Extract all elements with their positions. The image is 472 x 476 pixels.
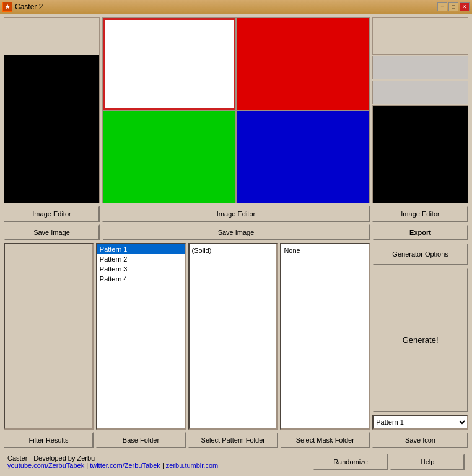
solid-label: (Solid) bbox=[192, 247, 212, 254]
save-image-center-button[interactable]: Save Image bbox=[102, 224, 370, 240]
export-button[interactable]: Export bbox=[372, 224, 468, 240]
pattern-dropdown[interactable]: Pattern 1 Pattern 2 Pattern 3 Pattern 4 bbox=[372, 415, 468, 430]
list-item-pattern4[interactable]: Pattern 4 bbox=[97, 274, 185, 284]
developer-text: Caster - Developed by Zerbu bbox=[7, 454, 218, 462]
randomize-button[interactable]: Randomize bbox=[313, 454, 388, 470]
maximize-button[interactable]: □ bbox=[448, 2, 458, 11]
right-black-area bbox=[372, 105, 468, 203]
tumblr-link[interactable]: zerbu.tumblr.com bbox=[166, 462, 218, 469]
center-color-grid bbox=[102, 17, 370, 203]
image-editor-right-button[interactable]: Image Editor bbox=[372, 206, 468, 222]
main-content: Image Editor Image Editor Image Editor S… bbox=[0, 14, 472, 476]
close-button[interactable]: ✕ bbox=[460, 2, 470, 11]
pattern-list-container[interactable]: Pattern 1 Pattern 2 Pattern 3 Pattern 4 bbox=[96, 243, 186, 430]
app-icon: ★ bbox=[2, 2, 12, 12]
right-image-panel bbox=[372, 17, 468, 203]
image-editor-left-button[interactable]: Image Editor bbox=[4, 206, 100, 222]
list-item-pattern3[interactable]: Pattern 3 bbox=[97, 264, 185, 274]
generate-button[interactable]: Generate! bbox=[372, 268, 468, 412]
solid-panel: (Solid) bbox=[188, 243, 278, 430]
right-mid-top bbox=[372, 56, 468, 79]
right-controls: Generator Options Generate! Pattern 1 Pa… bbox=[372, 243, 468, 430]
image-editor-center-button[interactable]: Image Editor bbox=[102, 206, 370, 222]
left-top-empty bbox=[4, 18, 99, 55]
youtube-link[interactable]: youtube.com/ZerbuTabek bbox=[7, 462, 84, 469]
select-mask-folder-button[interactable]: Select Mask Folder bbox=[281, 432, 370, 448]
generator-options-button[interactable]: Generator Options bbox=[372, 243, 468, 265]
list-item-pattern1[interactable]: Pattern 1 bbox=[97, 244, 185, 254]
filter-folder-row: Filter Results Base Folder Select Patter… bbox=[4, 432, 468, 448]
right-mid-bot bbox=[372, 81, 468, 104]
none-panel: None bbox=[280, 243, 370, 430]
left-preview-panel bbox=[4, 243, 94, 430]
save-icon-button[interactable]: Save Icon bbox=[372, 432, 468, 448]
filter-results-button[interactable]: Filter Results bbox=[4, 432, 94, 448]
select-pattern-folder-button[interactable]: Select Pattern Folder bbox=[188, 432, 278, 448]
footer-left: Caster - Developed by Zerbu youtube.com/… bbox=[7, 454, 218, 469]
dropdown-row: Pattern 1 Pattern 2 Pattern 3 Pattern 4 bbox=[372, 415, 468, 430]
right-top-empty bbox=[372, 17, 468, 55]
image-area bbox=[4, 17, 468, 203]
none-label: None bbox=[284, 247, 300, 254]
left-image-panel bbox=[4, 17, 100, 203]
cell-white bbox=[103, 18, 235, 110]
title-bar: ★ Caster 2 − □ ✕ bbox=[0, 0, 472, 14]
image-editor-row: Image Editor Image Editor Image Editor bbox=[4, 206, 468, 222]
save-image-left-button[interactable]: Save Image bbox=[4, 224, 100, 240]
title-bar-left: ★ Caster 2 bbox=[2, 2, 43, 12]
cell-red bbox=[237, 18, 369, 110]
twitter-link[interactable]: twitter.com/ZerbuTabek bbox=[90, 462, 160, 469]
footer-links: youtube.com/ZerbuTabek | twitter.com/Zer… bbox=[7, 462, 218, 469]
cell-green bbox=[103, 111, 235, 203]
footer-right: Randomize Help bbox=[313, 454, 465, 470]
list-item-pattern2[interactable]: Pattern 2 bbox=[97, 254, 185, 264]
save-export-row: Save Image Save Image Export bbox=[4, 224, 468, 240]
help-button[interactable]: Help bbox=[390, 454, 465, 470]
minimize-button[interactable]: − bbox=[437, 2, 447, 11]
window-title: Caster 2 bbox=[15, 2, 43, 11]
footer: Caster - Developed by Zerbu youtube.com/… bbox=[4, 451, 468, 472]
left-black-area bbox=[4, 55, 99, 203]
cell-blue bbox=[237, 111, 369, 203]
title-bar-controls: − □ ✕ bbox=[437, 2, 470, 11]
base-folder-button[interactable]: Base Folder bbox=[96, 432, 186, 448]
bottom-section: Pattern 1 Pattern 2 Pattern 3 Pattern 4 … bbox=[4, 243, 468, 430]
